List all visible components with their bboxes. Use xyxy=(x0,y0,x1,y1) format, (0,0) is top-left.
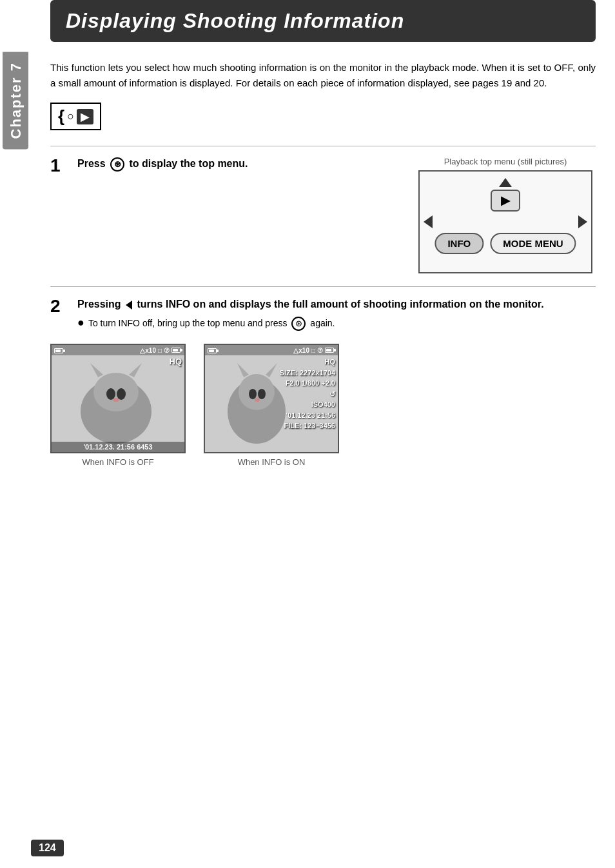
step-2-rest-text: turns INFO on and displays the full amou… xyxy=(137,299,544,310)
svg-point-13 xyxy=(255,398,260,402)
mode-icons-box: { ○ ▶ xyxy=(50,103,101,130)
step-2-left-arrow-icon xyxy=(126,301,132,310)
step-2-row: 2 Pressing turns INFO on and displays th… xyxy=(50,297,596,331)
menu-arrow-left xyxy=(424,215,433,228)
cam-off-battery-left xyxy=(54,346,64,354)
svg-point-5 xyxy=(117,388,126,400)
playback-menu-diagram: ▶ INFO MODE MENU xyxy=(418,170,592,273)
main-content: Displaying Shooting Information This fun… xyxy=(31,0,615,486)
camera-screen-off: △x10□⑦ HQ '01.12.23. 21:56 6453 xyxy=(50,344,186,453)
divider-2 xyxy=(50,286,596,287)
camera-screen-on: △x10□⑦ HQ SIZE: 2272x1704 xyxy=(204,344,339,453)
svg-point-4 xyxy=(106,388,115,400)
cam-on-recycle: ↺ xyxy=(280,389,335,400)
cam-on-quality: HQ xyxy=(280,357,335,368)
intro-text: This function lets you select how much s… xyxy=(50,60,596,91)
step-1-content: Press ⊛ to display the top menu. Playbac… xyxy=(77,157,596,273)
cam-on-size: SIZE: 2272x1704 xyxy=(280,368,335,379)
step-2-number: 2 xyxy=(50,297,73,315)
step-1-number: 1 xyxy=(50,157,73,175)
step-1-row: 1 Press ⊛ to display the top menu. Playb… xyxy=(50,157,596,273)
cam-off-top-bar: △x10□⑦ xyxy=(52,345,184,355)
cam-on-iso: ISO400 xyxy=(280,399,335,410)
playback-menu-label: Playback top menu (still pictures) xyxy=(444,157,567,166)
cat-image-off xyxy=(52,357,181,447)
step-1-rest-label: to display the top menu. xyxy=(130,158,248,169)
menu-buttons-row: INFO MODE MENU xyxy=(434,233,576,254)
preview-off-box: △x10□⑦ HQ '01.12.23. 21:56 6453 Wh xyxy=(50,344,186,467)
step-2-note-menu-icon: ⊛ xyxy=(291,317,306,331)
svg-point-1 xyxy=(93,373,139,411)
preview-off-label: When INFO is OFF xyxy=(82,457,153,467)
svg-marker-2 xyxy=(90,363,103,377)
step-1-menu-icon: ⊛ xyxy=(110,157,124,172)
mode-menu-button[interactable]: MODE MENU xyxy=(490,233,576,254)
svg-point-11 xyxy=(249,389,257,399)
step-2-content: Pressing turns INFO on and displays the … xyxy=(77,297,596,331)
menu-play-icon: ▶ xyxy=(491,190,520,212)
mode-icons-row: { ○ ▶ xyxy=(50,103,596,130)
svg-point-12 xyxy=(258,389,266,399)
svg-marker-3 xyxy=(129,363,142,377)
step-2-pressing-label: Pressing xyxy=(77,299,121,310)
brace-icon: { xyxy=(58,106,64,126)
cam-on-battery-left xyxy=(208,346,218,354)
cam-off-bottom-bar: '01.12.23. 21:56 6453 xyxy=(52,442,184,452)
cam-off-top-right: △x10□⑦ xyxy=(140,347,182,354)
cam-on-top-bar: △x10□⑦ xyxy=(205,345,338,355)
menu-arrow-right xyxy=(578,215,587,228)
chapter-label: Chapter 7 xyxy=(3,52,28,149)
preview-on-box: △x10□⑦ HQ SIZE: 2272x1704 xyxy=(204,344,339,467)
step-2-note-text: To turn INFO off, bring up the top menu … xyxy=(88,317,335,331)
cam-on-top-right: △x10□⑦ xyxy=(293,347,335,354)
menu-arrow-up xyxy=(499,178,512,187)
bullet-icon: ● xyxy=(77,317,84,328)
page-number: 124 xyxy=(31,840,64,856)
step-1-press-label: Press xyxy=(77,158,106,169)
svg-marker-10 xyxy=(266,363,277,377)
page-title: Displaying Shooting Information xyxy=(50,0,596,42)
play-mode-icon: ▶ xyxy=(77,109,93,124)
svg-point-6 xyxy=(113,398,119,402)
preview-on-label: When INFO is ON xyxy=(238,457,306,467)
svg-marker-9 xyxy=(237,363,249,377)
step-2-title: Pressing turns INFO on and displays the … xyxy=(77,297,596,311)
cam-on-datetime: '01.12.23 21:56 xyxy=(280,410,335,421)
circle-mode-icon: ○ xyxy=(67,110,74,123)
step-1-title: Press ⊛ to display the top menu. xyxy=(77,157,402,172)
chapter-sidebar: Chapter 7 xyxy=(0,0,31,868)
divider-1 xyxy=(50,146,596,146)
cam-on-file: FILE: 123–3456 xyxy=(280,420,335,431)
cam-on-exposure: F2.0 1/800 +2.0 xyxy=(280,378,335,389)
svg-point-8 xyxy=(239,374,275,410)
info-button[interactable]: INFO xyxy=(434,233,483,254)
previews-row: △x10□⑦ HQ '01.12.23. 21:56 6453 Wh xyxy=(50,344,596,467)
cam-on-info-overlay: HQ SIZE: 2272x1704 F2.0 1/800 +2.0 ↺ ISO… xyxy=(280,357,335,431)
step-2-note: ● To turn INFO off, bring up the top men… xyxy=(77,317,596,331)
